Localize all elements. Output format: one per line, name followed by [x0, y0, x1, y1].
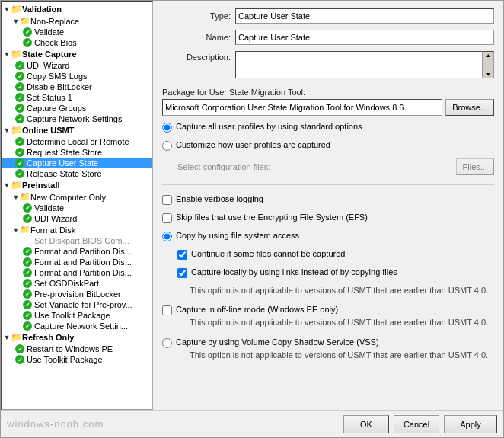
- dialog: ▼ 📁 Validation ▼ 📁 Non-Replace ✓ Validat…: [0, 0, 504, 438]
- checkbox-efs-input[interactable]: [162, 213, 172, 223]
- config-files-label: Select configuration files:: [177, 162, 270, 171]
- check-pre-provision-icon: ✓: [23, 289, 32, 299]
- tree-item-new-computer-only[interactable]: ▼ 📁 New Computer Only: [2, 191, 152, 203]
- check-release-state-icon: ✓: [15, 169, 24, 178]
- tree-item-format-disk[interactable]: ▼ 📁 Format Disk: [2, 224, 152, 235]
- checkbox-offline[interactable]: Capture in off-line mode (Windows PE onl…: [162, 305, 494, 315]
- group-refresh-only[interactable]: ▼ 📁 Refresh Only: [2, 331, 152, 344]
- tree-item-set-variable-pre[interactable]: ✓ Set Variable for Pre-prov...: [2, 299, 152, 310]
- separator1: [162, 184, 494, 185]
- tree-item-capture-net2[interactable]: ✓ Capture Network Settin...: [2, 321, 152, 331]
- expand-new-computer-icon: ▼: [12, 193, 20, 201]
- checkbox-verbose[interactable]: Enable verbose logging: [162, 194, 494, 205]
- type-display: Capture User State: [235, 8, 494, 24]
- checkbox-capture-local[interactable]: Capture locally by using links instead o…: [177, 267, 494, 278]
- disable-bitlocker-label: Disable BitLocker: [27, 82, 92, 91]
- radio-copy-fs-input[interactable]: [162, 232, 172, 241]
- name-input[interactable]: [235, 30, 494, 45]
- group-online-usmt[interactable]: ▼ 📁 Online USMT: [2, 124, 152, 136]
- tree-item-set-osddiskpart[interactable]: ✓ Set OSDDiskPart: [2, 278, 152, 289]
- checkbox-capture-local-label: Capture locally by using links instead o…: [191, 267, 397, 277]
- checkbox-capture-local-input[interactable]: [177, 268, 187, 278]
- check-bios-label: Check Bios: [34, 38, 77, 47]
- tree-item-use-toolkit2[interactable]: ✓ Use Toolkit Package: [2, 354, 152, 365]
- tree-item-pre-provision-bitlocker[interactable]: ✓ Pre-provision BitLocker: [2, 289, 152, 299]
- files-button[interactable]: Files...: [456, 158, 494, 175]
- tree-item-format-partition2[interactable]: ✓ Format and Partition Dis...: [2, 257, 152, 267]
- tree-item-capture-network[interactable]: ✓ Capture Network Settings: [2, 113, 152, 124]
- checkbox-verbose-label: Enable verbose logging: [176, 194, 263, 203]
- offline-note: This option is not applicable to version…: [190, 317, 494, 328]
- tree-item-non-replace[interactable]: ▼ 📁 Non-Replace: [2, 15, 152, 27]
- checkbox-offline-label: Capture in off-line mode (Windows PE onl…: [176, 305, 338, 314]
- radio-copy-fs-label: Copy by using file system access: [176, 231, 299, 240]
- tree-item-udi-wizard2[interactable]: ✓ UDI Wizard: [2, 213, 152, 224]
- ok-button[interactable]: OK: [343, 415, 389, 433]
- radio-customize[interactable]: Customize how user profiles are captured: [162, 140, 494, 151]
- tree-item-validate1[interactable]: ✓ Validate: [2, 27, 152, 37]
- tree-item-udi-wizard1[interactable]: ✓ UDI Wizard: [2, 60, 152, 71]
- check-capture-user-state-icon: ✓: [15, 158, 24, 168]
- radio-vss[interactable]: Capture by using Volume Copy Shadow Serv…: [162, 337, 494, 348]
- radio-customize-input[interactable]: [162, 141, 172, 151]
- expand-state-capture-icon: ▼: [3, 50, 11, 58]
- package-section: Package for User State Migration Tool: B…: [162, 88, 494, 116]
- tree-item-check-bios[interactable]: ✓ Check Bios: [2, 37, 152, 48]
- set-status-label: Set Status 1: [27, 93, 72, 102]
- checkbox-continue[interactable]: Continue if some files cannot be capture…: [177, 249, 494, 260]
- scroll-down-icon[interactable]: ▼: [485, 71, 492, 78]
- tree-item-capture-user-state[interactable]: ✓ Capture User State: [2, 158, 152, 168]
- capture-user-state-label: Capture User State: [27, 158, 98, 168]
- checkbox-continue-input[interactable]: [177, 250, 187, 260]
- description-input[interactable]: [235, 51, 483, 78]
- name-value[interactable]: [235, 30, 494, 45]
- browse-button[interactable]: Browse...: [445, 99, 494, 116]
- right-panel: Type: Capture User State Name: Descripti…: [153, 1, 503, 410]
- tree-item-determine-local[interactable]: ✓ Determine Local or Remote: [2, 136, 152, 147]
- check-set-variable-icon: ✓: [23, 300, 32, 309]
- group-state-capture[interactable]: ▼ 📁 State Capture: [2, 48, 152, 60]
- tree-item-copy-sms[interactable]: ✓ Copy SMS Logs: [2, 71, 152, 82]
- group-validation[interactable]: ▼ 📁 Validation: [2, 3, 152, 15]
- checkbox-verbose-input[interactable]: [162, 195, 172, 205]
- check-disable-bitlocker-icon: ✓: [15, 82, 24, 91]
- cancel-button[interactable]: Cancel: [394, 415, 439, 433]
- bottom-bar: windows-noob.com OK Cancel Apply: [1, 410, 503, 437]
- capture-net2-label: Capture Network Settin...: [34, 321, 128, 331]
- tree-item-capture-groups[interactable]: ✓ Capture Groups: [2, 103, 152, 113]
- tree-item-restart-to-pe[interactable]: ✓ Restart to Windows PE: [2, 344, 152, 354]
- format-disk-label: Format Disk: [30, 225, 75, 235]
- scroll-up-icon[interactable]: ▲: [485, 52, 492, 59]
- tree-item-request-state[interactable]: ✓ Request State Store: [2, 147, 152, 158]
- check-set-status-icon: ✓: [15, 93, 24, 102]
- tree-item-format-partition3[interactable]: ✓ Format and Partition Dis...: [2, 267, 152, 278]
- folder-state-capture-icon: 📁: [11, 49, 22, 59]
- check-restart-pe-icon: ✓: [15, 344, 24, 353]
- check-use-toolkit-icon: ✓: [23, 311, 32, 320]
- group-preinstall[interactable]: ▼ 📁 Preinstall: [2, 179, 152, 191]
- name-row: Name:: [162, 30, 494, 45]
- tree-item-format-partition1[interactable]: ✓ Format and Partition Dis...: [2, 246, 152, 257]
- validate1-label: Validate: [34, 27, 64, 37]
- radio-capture-all-input[interactable]: [162, 123, 172, 133]
- radio-copy-filesystem[interactable]: Copy by using file system access: [162, 231, 494, 241]
- tree-item-disable-bitlocker[interactable]: ✓ Disable BitLocker: [2, 82, 152, 92]
- left-panel[interactable]: ▼ 📁 Validation ▼ 📁 Non-Replace ✓ Validat…: [1, 1, 153, 410]
- radio-vss-input[interactable]: [162, 338, 172, 348]
- tree-item-validate2[interactable]: ✓ Validate: [2, 203, 152, 213]
- format-partition2-label: Format and Partition Dis...: [34, 257, 132, 267]
- package-input[interactable]: [162, 99, 442, 116]
- checkbox-offline-input[interactable]: [162, 305, 172, 315]
- radio-capture-all[interactable]: Capture all user profiles by using stand…: [162, 122, 494, 133]
- tree-item-release-state[interactable]: ✓ Release State Store: [2, 168, 152, 179]
- tree-item-use-toolkit[interactable]: ✓ Use Toolkit Package: [2, 310, 152, 321]
- tree-item-set-diskpart-bios[interactable]: Set Diskpart BIOS Com...: [2, 235, 152, 246]
- checkbox-efs[interactable]: Skip files that use the Encrypting File …: [162, 213, 494, 223]
- apply-button[interactable]: Apply: [444, 415, 497, 433]
- description-scrollbar[interactable]: ▲ ▼: [483, 51, 494, 78]
- tree-item-set-status-1[interactable]: ✓ Set Status 1: [2, 92, 152, 103]
- pre-provision-label: Pre-provision BitLocker: [34, 289, 121, 299]
- check-validate2-icon: ✓: [23, 203, 32, 213]
- folder-non-replace-icon: 📁: [20, 16, 30, 26]
- expand-format-disk-icon: ▼: [12, 226, 20, 234]
